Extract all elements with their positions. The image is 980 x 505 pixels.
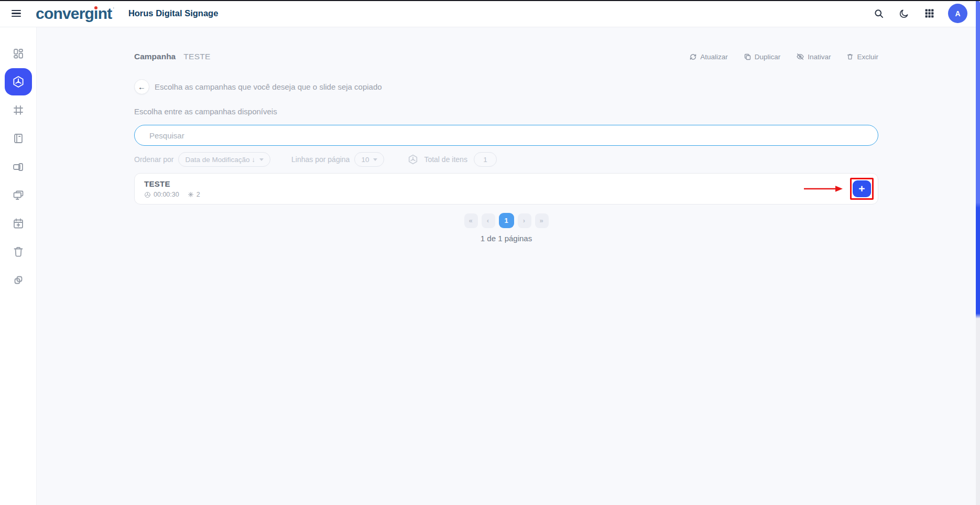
annotation-arrow (803, 185, 845, 192)
campaign-duration: 00:00:30 (144, 191, 179, 198)
section-label: Escolha entre as campanhas disponíveis (134, 107, 878, 116)
main-content: Campanha TESTE Atualizar Duplicar (134, 27, 878, 243)
hexagon-campaign-icon (12, 75, 25, 89)
rows-per-page-select[interactable]: 10 (354, 152, 384, 167)
deactivate-button[interactable]: Inativar (796, 52, 831, 61)
timer-icon (144, 191, 151, 198)
total-items-label: Total de itens (424, 155, 467, 164)
pagination-prev-button[interactable]: ‹ (482, 213, 495, 228)
sidebar-item-dashboard[interactable] (5, 40, 32, 67)
window-frame-edge (0, 0, 980, 1)
logo-red-dot (94, 6, 97, 9)
back-hint-text: Escolha as campanhas que você deseja que… (155, 82, 382, 91)
logo-trademark: ' (113, 7, 114, 13)
eye-off-icon (796, 52, 804, 61)
frame-icon (12, 104, 25, 116)
hamburger-menu-icon[interactable] (12, 10, 21, 17)
delete-button[interactable]: Excluir (846, 53, 878, 61)
sidebar-item-frames[interactable] (5, 96, 32, 124)
notebook-icon (12, 132, 25, 145)
dashboard-icon (12, 47, 25, 60)
back-button[interactable]: ← (134, 79, 149, 94)
convergint-logo: convergınt ' (36, 6, 114, 22)
pagination-last-button[interactable]: » (535, 213, 549, 228)
search-icon[interactable] (873, 7, 885, 20)
sidebar-item-links[interactable] (5, 266, 32, 294)
link-icon (12, 274, 25, 286)
sidebar-item-devices[interactable] (5, 153, 32, 180)
top-navbar: convergınt ' Horus Digital Signage A (0, 0, 976, 27)
campaign-name: TESTE (144, 179, 200, 188)
rows-per-page-label: Linhas por página (291, 155, 350, 164)
devices-icon (12, 160, 25, 173)
sidebar-item-campaigns-active[interactable] (5, 68, 32, 95)
refresh-button[interactable]: Atualizar (689, 53, 728, 61)
header-actions: Atualizar Duplicar Inativar (689, 52, 878, 61)
annotation-highlight-box: + (850, 178, 874, 200)
dark-mode-moon-icon[interactable] (898, 7, 910, 20)
duplicate-button[interactable]: Duplicar (744, 53, 781, 61)
trash-icon (12, 245, 25, 258)
user-avatar[interactable]: A (948, 4, 967, 23)
add-to-campaign-button[interactable]: + (853, 180, 871, 197)
page-scrollbar[interactable] (976, 1, 980, 505)
refresh-icon (689, 53, 697, 61)
sidebar (0, 27, 37, 505)
calendar-plus-icon (12, 217, 25, 230)
sidebar-item-templates[interactable] (5, 125, 32, 152)
plus-icon: + (858, 183, 865, 194)
campaign-list-item[interactable]: TESTE 00:00:30 2 (134, 173, 878, 205)
screens-icon (12, 189, 25, 201)
sort-select[interactable]: Data de Modificação ↓ (178, 152, 270, 167)
page-title-badge: TESTE (183, 52, 210, 61)
sidebar-item-schedule[interactable] (5, 210, 32, 237)
pagination: « ‹ 1 › » (134, 213, 878, 228)
chevron-down-icon (373, 158, 377, 161)
app-title: Horus Digital Signage (128, 8, 218, 18)
filter-toolbar: Ordenar por Data de Modificação ↓ Linhas… (134, 152, 878, 167)
sort-label: Ordenar por (134, 155, 173, 164)
chevron-down-icon (259, 158, 264, 161)
trash-icon (846, 53, 854, 60)
sidebar-item-screens[interactable] (5, 181, 32, 209)
hexagon-total-icon (407, 154, 419, 165)
page-title: Campanha (134, 52, 176, 61)
campaign-slide-count: 2 (188, 191, 200, 198)
pagination-summary: 1 de 1 páginas (134, 234, 878, 243)
pagination-next-button[interactable]: › (518, 213, 531, 228)
search-input[interactable] (134, 125, 878, 146)
pagination-first-button[interactable]: « (464, 213, 478, 228)
copy-icon (744, 53, 752, 61)
sidebar-item-trash[interactable] (5, 238, 32, 265)
total-items-badge: 1 (474, 152, 497, 167)
back-arrow-icon: ← (138, 82, 146, 91)
apps-grid-icon[interactable] (923, 7, 935, 20)
asterisk-icon (188, 191, 194, 198)
pagination-page-1-button[interactable]: 1 (499, 213, 514, 228)
